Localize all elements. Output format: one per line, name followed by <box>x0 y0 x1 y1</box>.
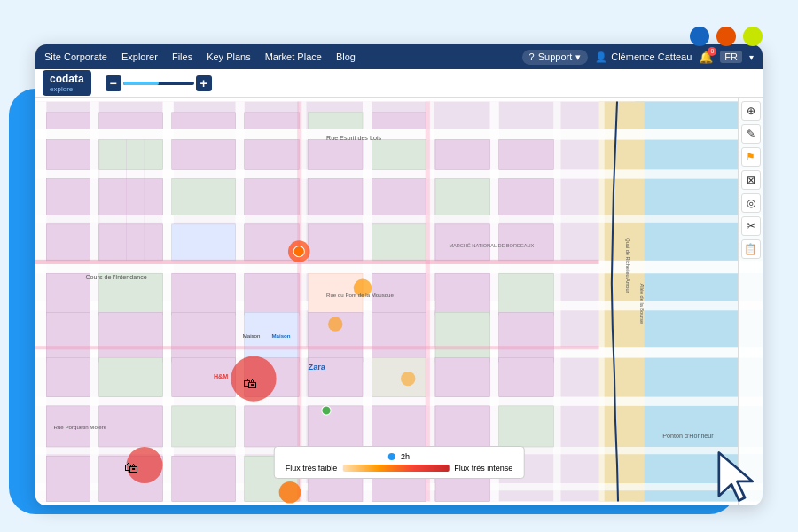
zoom-plus[interactable]: + <box>196 75 212 91</box>
svg-text:Maison: Maison <box>272 332 291 339</box>
rt-btn-4[interactable]: ◎ <box>741 193 761 213</box>
svg-rect-43 <box>499 179 554 215</box>
legend-time-dot <box>388 453 395 460</box>
svg-point-102 <box>328 317 342 331</box>
svg-rect-30 <box>172 140 236 170</box>
user-menu[interactable]: 👤 Clémence Catteau <box>595 51 692 63</box>
svg-rect-80 <box>309 406 364 447</box>
nav-blog[interactable]: Blog <box>336 51 356 62</box>
map-container[interactable]: Rue Esprit des Lois Cours de l'Intendanc… <box>35 98 763 505</box>
nav-right: ? Support ▾ 👤 Clémence Catteau 🔔 0 FR ▾ <box>522 50 754 65</box>
svg-rect-26 <box>309 113 364 129</box>
svg-text:🛍: 🛍 <box>243 375 257 391</box>
svg-rect-75 <box>499 358 554 397</box>
dot-blue <box>690 27 709 46</box>
lang-chevron: ▾ <box>749 52 754 62</box>
zoom-slider[interactable] <box>123 82 194 85</box>
rt-btn-5[interactable]: ✂ <box>741 216 761 236</box>
zoom-slider-fill <box>123 82 159 85</box>
svg-rect-44 <box>46 224 90 261</box>
svg-rect-97 <box>426 102 430 502</box>
svg-rect-65 <box>372 312 426 362</box>
nav-site-corporate[interactable]: Site Corporate <box>44 51 107 62</box>
lang-selector[interactable]: FR <box>720 51 742 63</box>
logo: codata explore <box>43 70 91 96</box>
svg-text:H&M: H&M <box>214 373 228 380</box>
svg-rect-84 <box>46 456 90 501</box>
svg-point-103 <box>401 372 415 386</box>
svg-text:MARCHÉ NATIONAL DE BORDEAUX: MARCHÉ NATIONAL DE BORDEAUX <box>449 243 534 248</box>
svg-rect-95 <box>35 346 599 349</box>
svg-rect-15 <box>236 102 245 502</box>
rt-btn-2[interactable]: ⚑ <box>741 147 761 167</box>
svg-rect-3 <box>35 129 763 139</box>
svg-rect-79 <box>245 406 300 447</box>
svg-rect-19 <box>490 102 499 502</box>
svg-rect-59 <box>499 273 554 315</box>
svg-text:Rue du Pont de la Mousque: Rue du Pont de la Mousque <box>326 292 395 298</box>
flux-low-label: Flux très faible <box>286 464 338 473</box>
svg-rect-73 <box>372 358 426 397</box>
svg-rect-60 <box>46 312 90 362</box>
svg-rect-61 <box>99 312 163 362</box>
legend-time: 2h <box>388 452 410 461</box>
svg-rect-55 <box>245 273 300 315</box>
svg-rect-77 <box>99 406 163 447</box>
svg-text:Maison: Maison <box>243 332 261 339</box>
logo-sub: explore <box>50 85 84 93</box>
dot-orange <box>716 27 736 46</box>
svg-rect-52 <box>46 273 90 315</box>
logo-text: codata <box>50 73 84 85</box>
svg-text:Ponton d'Honneur: Ponton d'Honneur <box>662 433 714 440</box>
nav-market-place[interactable]: Market Place <box>265 51 322 62</box>
svg-text:Rue Esprit des Lois: Rue Esprit des Lois <box>326 135 381 142</box>
svg-rect-31 <box>245 140 300 170</box>
svg-rect-27 <box>372 113 426 129</box>
svg-rect-12 <box>35 102 46 502</box>
rt-btn-3[interactable]: ⊠ <box>741 170 761 190</box>
svg-rect-67 <box>499 312 554 362</box>
bell-icon[interactable]: 🔔 0 <box>699 51 713 64</box>
svg-text:Zara: Zara <box>309 363 326 372</box>
svg-text:Quai de Richelieu Amour: Quai de Richelieu Amour <box>625 238 630 293</box>
svg-rect-34 <box>435 140 490 170</box>
rt-btn-0[interactable]: ⊕ <box>741 101 761 121</box>
svg-rect-96 <box>297 102 301 502</box>
legend-gradient: Flux très faible Flux très intense <box>286 464 513 473</box>
svg-rect-86 <box>172 456 236 501</box>
svg-text:🛍: 🛍 <box>124 459 138 475</box>
svg-rect-36 <box>46 179 90 215</box>
svg-rect-35 <box>499 140 554 170</box>
legend-bar: 2h Flux très faible Flux très intense <box>274 446 525 479</box>
nav-explorer[interactable]: Explorer <box>121 51 158 62</box>
dots-container <box>690 27 763 46</box>
svg-rect-29 <box>99 140 163 170</box>
svg-point-114 <box>293 246 304 256</box>
flux-high-label: Flux très intense <box>454 464 512 473</box>
rt-btn-6[interactable]: 📋 <box>741 239 761 259</box>
browser-window: Site Corporate Explorer Files Key Plans … <box>35 44 763 505</box>
svg-rect-9 <box>35 397 763 406</box>
svg-rect-69 <box>99 358 163 397</box>
map-toolbar: codata explore − + <box>35 69 763 98</box>
user-name: Clémence Catteau <box>611 51 692 62</box>
support-button[interactable]: ? Support ▾ <box>522 50 589 65</box>
svg-text:Cours de l'Intendance: Cours de l'Intendance <box>85 274 146 281</box>
nav-key-plans[interactable]: Key Plans <box>207 51 251 62</box>
svg-text:Allée de la Bourse: Allée de la Bourse <box>639 284 645 325</box>
svg-rect-23 <box>99 113 163 129</box>
svg-rect-62 <box>172 312 236 362</box>
svg-rect-46 <box>172 224 236 261</box>
svg-rect-82 <box>435 406 490 447</box>
zoom-controls: − + <box>106 75 212 91</box>
zoom-minus[interactable]: − <box>106 75 121 91</box>
support-icon: ? <box>529 51 535 62</box>
svg-rect-39 <box>245 179 300 215</box>
svg-rect-33 <box>372 140 426 170</box>
nav-files[interactable]: Files <box>172 51 192 62</box>
svg-rect-20 <box>553 102 560 502</box>
svg-rect-17 <box>363 102 372 502</box>
rt-btn-1[interactable]: ✎ <box>741 124 761 144</box>
svg-rect-94 <box>35 260 599 264</box>
svg-rect-54 <box>172 273 236 315</box>
